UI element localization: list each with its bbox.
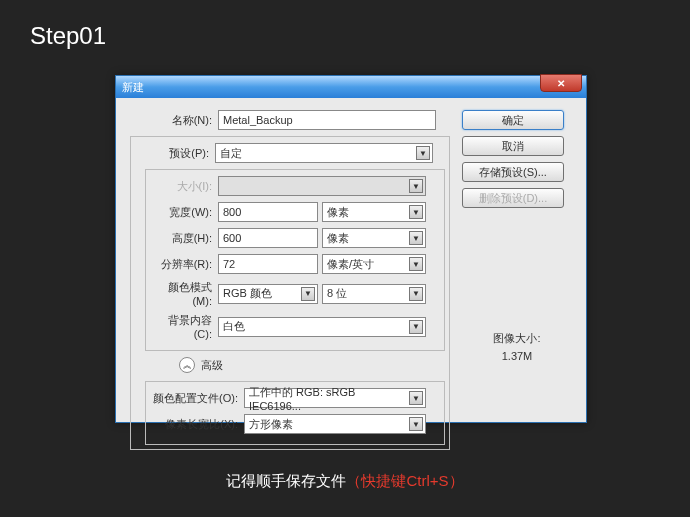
resolution-input[interactable] [218,254,318,274]
bit-depth-select[interactable]: 8 位 ▼ [322,284,426,304]
chevron-down-icon: ▼ [409,320,423,334]
size-select: ▼ [218,176,426,196]
advanced-toggle[interactable]: ︽ 高级 [179,357,445,373]
color-mode-label: 颜色模式(M): [150,280,218,307]
form-area: 名称(N): 预设(P): 自定 ▼ 大小(I): ▼ [130,110,450,450]
chevron-down-icon: ▼ [416,146,430,160]
bit-depth-value: 8 位 [327,286,347,301]
background-select[interactable]: 白色 ▼ [218,317,426,337]
name-label: 名称(N): [130,113,218,128]
chevron-down-icon: ▼ [301,287,315,301]
save-preset-button[interactable]: 存储预设(S)... [462,162,564,182]
resolution-unit: 像素/英寸 [327,257,374,272]
advanced-fieldset: 颜色配置文件(O): 工作中的 RGB: sRGB IEC6196... ▼ 像… [145,381,445,445]
close-icon: ✕ [557,78,565,89]
width-label: 宽度(W): [150,205,218,220]
button-column: 确定 取消 存储预设(S)... 删除预设(D)... 图像大小: 1.37M [462,110,572,450]
footer-text-shortcut: （快捷键Ctrl+S） [346,472,463,489]
background-label: 背景内容(C): [150,313,218,340]
chevron-down-icon: ▼ [409,205,423,219]
delete-preset-button: 删除预设(D)... [462,188,564,208]
image-size-info: 图像大小: 1.37M [462,330,572,365]
chevron-down-icon: ▼ [409,417,423,431]
pixel-aspect-select[interactable]: 方形像素 ▼ [244,414,426,434]
color-mode-select[interactable]: RGB 颜色 ▼ [218,284,318,304]
preset-select[interactable]: 自定 ▼ [215,143,433,163]
footer-text-1: 记得顺手保存文件 [226,472,346,489]
dialog-body: 名称(N): 预设(P): 自定 ▼ 大小(I): ▼ [116,98,586,462]
new-document-dialog: 新建 ✕ 名称(N): 预设(P): 自定 ▼ 大 [115,75,587,423]
ok-button[interactable]: 确定 [462,110,564,130]
chevron-down-icon: ▼ [409,391,423,405]
pixel-aspect-value: 方形像素 [249,417,293,432]
height-input[interactable] [218,228,318,248]
preset-value: 自定 [220,146,242,161]
chevron-down-icon: ▼ [409,231,423,245]
titlebar[interactable]: 新建 ✕ [116,76,586,98]
dialog-title: 新建 [122,80,144,95]
chevron-down-icon: ▼ [409,179,423,193]
width-unit: 像素 [327,205,349,220]
advanced-label: 高级 [201,358,223,373]
height-unit: 像素 [327,231,349,246]
height-unit-select[interactable]: 像素 ▼ [322,228,426,248]
name-input[interactable] [218,110,436,130]
size-label: 大小(I): [150,179,218,194]
preset-label: 预设(P): [135,146,215,161]
chevron-down-icon: ▼ [409,287,423,301]
width-unit-select[interactable]: 像素 ▼ [322,202,426,222]
size-fieldset: 大小(I): ▼ 宽度(W): 像素 ▼ 高度(H [145,169,445,351]
color-profile-label: 颜色配置文件(O): [150,391,244,406]
close-button[interactable]: ✕ [540,74,582,92]
color-mode-value: RGB 颜色 [223,286,272,301]
width-input[interactable] [218,202,318,222]
image-size-value: 1.37M [462,348,572,366]
color-profile-select[interactable]: 工作中的 RGB: sRGB IEC6196... ▼ [244,388,426,408]
color-profile-value: 工作中的 RGB: sRGB IEC6196... [249,385,409,412]
resolution-label: 分辨率(R): [150,257,218,272]
height-label: 高度(H): [150,231,218,246]
chevron-up-icon: ︽ [179,357,195,373]
step-label: Step01 [30,22,106,50]
resolution-unit-select[interactable]: 像素/英寸 ▼ [322,254,426,274]
image-size-label: 图像大小: [462,330,572,348]
footer-hint: 记得顺手保存文件（快捷键Ctrl+S） [0,472,690,491]
preset-fieldset: 预设(P): 自定 ▼ 大小(I): ▼ 宽度(W): [130,136,450,450]
background-value: 白色 [223,319,245,334]
chevron-down-icon: ▼ [409,257,423,271]
cancel-button[interactable]: 取消 [462,136,564,156]
pixel-aspect-label: 像素长宽比(X): [150,417,244,432]
